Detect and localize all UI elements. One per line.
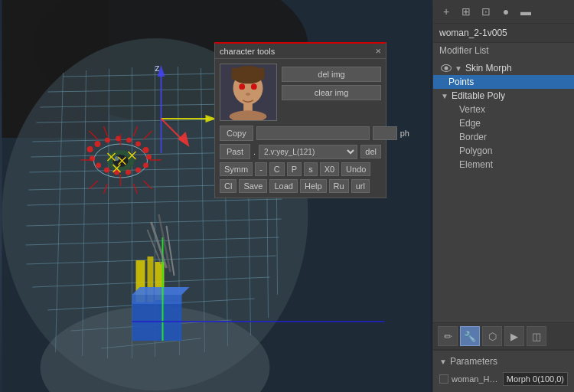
element-item[interactable]: Element [436, 158, 574, 172]
display-icon[interactable]: ◫ [527, 326, 546, 346]
ru-button[interactable]: Ru [329, 179, 349, 193]
char-preview [220, 64, 277, 121]
pencil-icon[interactable]: ✏ [438, 326, 458, 346]
c-button[interactable]: C [269, 162, 285, 176]
morph-param-name: woman_HeadMorph_Ye [452, 374, 500, 384]
points-label: Points [448, 77, 474, 87]
del-img-button[interactable]: del img [282, 67, 381, 82]
dash-button[interactable]: - [255, 162, 267, 176]
editable-poly-label: Editable Poly [452, 90, 505, 101]
grid-icon[interactable]: ⊞ [458, 3, 475, 20]
bottom-row: Cl Save Load Help Ru url [220, 179, 381, 193]
copy-input[interactable] [256, 126, 370, 140]
morph-param-value: Morph 0(100,0) [503, 372, 568, 386]
panel-content: del img clear img Copy 12 ph Past . 2 [215, 59, 386, 198]
panel-titlebar: character tools × [215, 44, 386, 59]
clear-img-button[interactable]: clear img [282, 85, 381, 100]
morph-select[interactable]: 2.v:yey_L(121) [259, 145, 357, 159]
object-name: woman_2-1v005 [433, 24, 574, 43]
main-container: z [0, 0, 574, 392]
panel-top-row: del img clear img [220, 64, 381, 121]
svg-point-35 [87, 146, 93, 152]
editable-poly-item[interactable]: ▼ Editable Poly [433, 89, 574, 103]
svg-point-47 [104, 168, 109, 173]
past-row: Past . 2.v:yey_L(121) del [220, 144, 381, 159]
parameters-collapse-icon[interactable]: ▼ [439, 358, 447, 366]
viewport[interactable]: z [0, 0, 432, 392]
svg-point-42 [146, 155, 152, 160]
panel-buttons-col: del img clear img [282, 64, 381, 121]
polygon-item[interactable]: Polygon [436, 144, 574, 158]
undo-button[interactable]: Undo [341, 162, 370, 176]
motion-icon[interactable]: ▶ [504, 326, 524, 346]
vertex-item[interactable]: Vertex [436, 103, 574, 116]
morph-param-row: woman_HeadMorph_Ye Morph 0(100,0) [433, 369, 574, 389]
svg-rect-82 [132, 295, 182, 304]
svg-point-37 [105, 138, 110, 143]
url-button[interactable]: url [351, 179, 370, 193]
x0-button[interactable]: X0 [320, 162, 339, 176]
parameters-header[interactable]: ▼ Parameters [433, 354, 574, 369]
svg-point-40 [135, 142, 141, 147]
svg-point-44 [135, 168, 141, 173]
copy-button[interactable]: Copy [220, 126, 253, 141]
modifier-list-label: Modifier List [439, 45, 489, 56]
edge-item[interactable]: Edge [436, 116, 574, 130]
right-toolbar: + ⊞ ⊡ ● ▬ [433, 0, 574, 24]
editable-poly-sub-items: Vertex Edge Border Polygon Element [433, 103, 574, 172]
s-button[interactable]: s [304, 162, 318, 176]
svg-marker-83 [132, 287, 190, 295]
save-button[interactable]: Save [239, 179, 267, 193]
char-preview-inner [220, 64, 276, 120]
past-del-button[interactable]: del [360, 145, 381, 158]
svg-point-45 [126, 170, 131, 175]
svg-point-39 [126, 138, 132, 143]
svg-point-48 [96, 163, 101, 168]
svg-rect-93 [232, 68, 265, 80]
circle-icon[interactable]: ● [497, 3, 514, 20]
svg-point-96 [246, 93, 250, 96]
wrench-icon[interactable]: 🔧 [460, 326, 480, 346]
symm-row: Symm - C P s X0 Undo [220, 162, 381, 176]
svg-point-94 [239, 83, 245, 90]
points-item[interactable]: Points [433, 75, 574, 89]
svg-point-36 [95, 141, 101, 147]
parameters-section: ▼ Parameters woman_HeadMorph_Ye Morph 0(… [433, 350, 574, 392]
box-icon[interactable]: ⊡ [478, 3, 494, 20]
past-button[interactable]: Past [220, 144, 250, 159]
modifier-section: ▼ Skin Morph Points ▼ Editable Poly Vert… [433, 58, 574, 323]
svg-point-43 [143, 163, 148, 168]
right-icons-toolbar: ✏ 🔧 ⬡ ▶ ◫ [433, 323, 574, 350]
char-tools-panel: character tools × [214, 42, 386, 198]
panel-title: character tools [220, 47, 275, 56]
skin-morph-label: Skin Morph [465, 63, 512, 74]
editable-poly-collapse[interactable]: ▼ [441, 92, 448, 100]
svg-point-95 [251, 83, 257, 90]
load-button[interactable]: Load [269, 179, 297, 193]
past-dot: . [253, 147, 256, 156]
panel-close-button[interactable]: × [375, 46, 381, 56]
ph-label: ph [400, 129, 409, 138]
right-panel: + ⊞ ⊡ ● ▬ woman_2-1v005 Modifier List ▼ … [432, 0, 574, 392]
p-button[interactable]: P [287, 162, 302, 176]
cl-button[interactable]: Cl [220, 179, 236, 193]
svg-text:z: z [155, 63, 160, 74]
add-icon[interactable]: + [438, 3, 455, 20]
ph-value-input[interactable]: 12 [373, 126, 397, 140]
copy-row: Copy 12 ph [220, 126, 381, 141]
svg-point-41 [143, 147, 149, 153]
border-item[interactable]: Border [436, 130, 574, 144]
skin-morph-item[interactable]: ▼ Skin Morph [433, 61, 574, 75]
help-button[interactable]: Help [300, 179, 327, 193]
symm-button[interactable]: Symm [220, 162, 253, 176]
modifier-list-header: Modifier List [433, 43, 574, 58]
morph-param-checkbox[interactable] [439, 374, 448, 384]
skin-morph-collapse[interactable]: ▼ [455, 64, 462, 73]
eye-icon [441, 64, 452, 72]
parameters-label: Parameters [450, 356, 497, 367]
dash-icon[interactable]: ▬ [517, 3, 534, 20]
hierarchy-icon[interactable]: ⬡ [482, 326, 502, 346]
